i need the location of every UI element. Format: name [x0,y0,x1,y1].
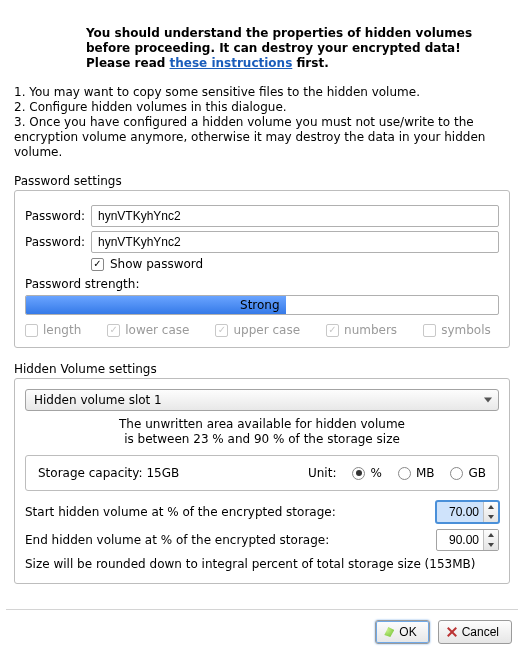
end-percent-input[interactable] [437,530,483,550]
cancel-button[interactable]: Cancel [438,620,512,644]
unit-percent-radio[interactable] [352,467,365,480]
end-percent-spinner[interactable] [436,529,499,551]
start-percent-input[interactable] [437,502,483,522]
rounding-note: Size will be rounded down to integral pe… [25,557,499,571]
start-percent-label: Start hidden volume at % of the encrypte… [25,505,336,519]
end-percent-label: End hidden volume at % of the encrypted … [25,533,329,547]
password-strength-label: Password strength: [25,277,499,291]
start-spin-up[interactable] [484,502,498,512]
password-input-2[interactable] [91,231,499,253]
instructions-link[interactable]: these instructions [170,56,293,70]
end-spin-up[interactable] [484,530,498,540]
warning-text: You should understand the properties of … [14,0,510,81]
storage-capacity-label: Storage capacity: 15GB [38,466,179,480]
criteria-symbols-checkbox [423,324,436,337]
start-spin-down[interactable] [484,512,498,522]
password-strength-bar: Strong [25,295,499,315]
ok-button[interactable]: OK [375,620,429,644]
capacity-unit-box: Storage capacity: 15GB Unit: % MB GB [25,455,499,491]
chevron-down-icon [484,398,492,403]
criteria-upper-checkbox: ✓ [215,324,228,337]
end-spin-down[interactable] [484,540,498,550]
password-input-1[interactable] [91,205,499,227]
criteria-length-checkbox [25,324,38,337]
unit-mb-radio[interactable] [398,467,411,480]
password-settings-label: Password settings [14,170,510,190]
cancel-icon [447,627,457,637]
password-settings-group: Password: Password: ✓ Show password Pass… [14,190,510,348]
ok-icon [384,627,394,637]
hidden-volume-slot-dropdown[interactable]: Hidden volume slot 1 [25,389,499,411]
steps-text: 1. You may want to copy some sensitive f… [14,81,510,170]
password-label-1: Password: [25,209,91,223]
start-percent-spinner[interactable] [436,501,499,523]
button-bar: OK Cancel [0,610,524,654]
password-criteria: length ✓lower case ✓upper case ✓numbers … [25,323,499,337]
unit-label: Unit: [308,466,336,480]
hidden-volume-settings-group: Hidden volume slot 1 The unwritten area … [14,378,510,584]
criteria-lower-checkbox: ✓ [107,324,120,337]
show-password-checkbox[interactable]: ✓ [91,258,104,271]
password-label-2: Password: [25,235,91,249]
show-password-label: Show password [110,257,203,271]
available-area-text: The unwritten area available for hidden … [25,417,499,447]
criteria-numbers-checkbox: ✓ [326,324,339,337]
hidden-volume-settings-label: Hidden Volume settings [14,358,510,378]
unit-gb-radio[interactable] [450,467,463,480]
